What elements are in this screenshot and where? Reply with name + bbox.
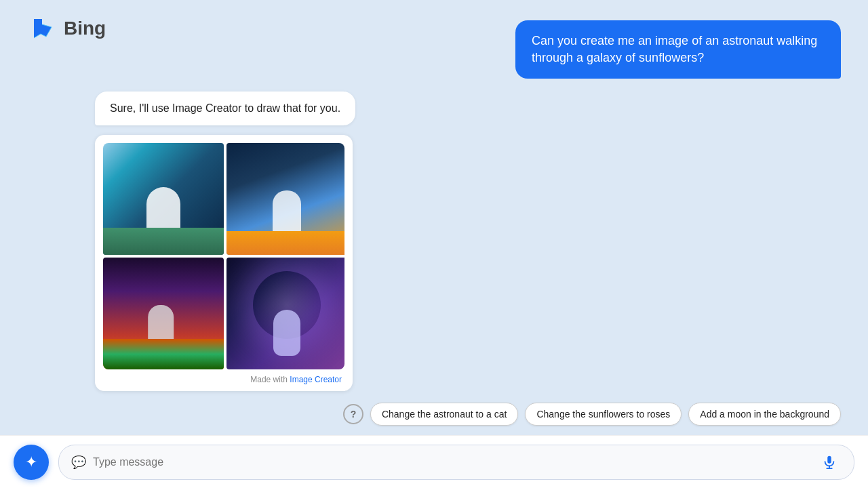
suggestion-chip-3[interactable]: Add a moon in the background (688, 403, 841, 426)
suggestion-chip-2[interactable]: Change the sunflowers to roses (525, 403, 682, 426)
bot-response-area: Sure, I'll use Image Creator to draw tha… (95, 92, 355, 391)
generated-image-2[interactable] (226, 143, 344, 255)
image-grid-container: Made with Image Creator (95, 135, 353, 391)
header: Bing (27, 14, 106, 43)
user-message-text: Can you create me an image of an astrona… (532, 34, 817, 64)
generated-image-3[interactable] (103, 258, 224, 369)
spark-icon: ✦ (25, 453, 37, 471)
mic-button[interactable] (817, 450, 842, 474)
suggestions-area: ? Change the astronaut to a cat Change t… (0, 403, 868, 426)
bing-logo-label: Bing (64, 18, 106, 39)
generated-image-1[interactable] (103, 143, 224, 255)
bot-message-text: Sure, I'll use Image Creator to draw tha… (110, 102, 340, 114)
made-with-text: Made with (250, 375, 290, 384)
spark-button[interactable]: ✦ (14, 445, 49, 480)
generated-image-4[interactable] (226, 258, 344, 369)
message-input-wrapper: 💬 (58, 445, 854, 480)
svg-rect-0 (827, 455, 831, 463)
suggestion-chip-1[interactable]: Change the astronaut to a cat (370, 403, 518, 426)
message-input[interactable] (93, 456, 810, 468)
bot-message-bubble: Sure, I'll use Image Creator to draw tha… (95, 92, 355, 125)
mic-icon (822, 455, 837, 470)
image-creator-link[interactable]: Image Creator (290, 375, 342, 384)
bing-logo-icon (27, 14, 57, 43)
image-footer: Made with Image Creator (103, 369, 344, 386)
help-icon-button[interactable]: ? (343, 404, 363, 424)
input-bar: ✦ 💬 (0, 435, 868, 488)
image-grid (103, 143, 344, 369)
user-message-bubble: Can you create me an image of an astrona… (515, 20, 841, 79)
chat-icon: 💬 (71, 455, 86, 470)
